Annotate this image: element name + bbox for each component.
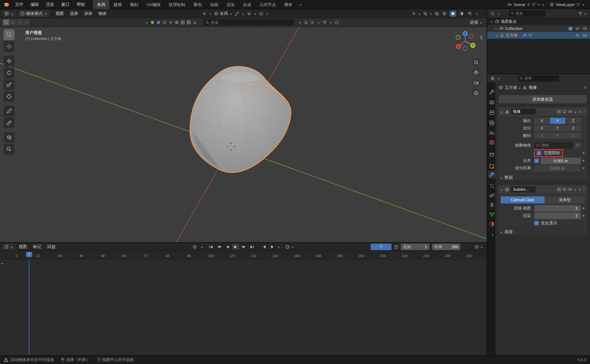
shading-material-button[interactable] [458, 11, 465, 17]
shading-solid-button[interactable] [450, 11, 456, 17]
unlink-scene-icon[interactable] [537, 2, 540, 7]
pin-icon[interactable] [527, 3, 530, 6]
header-icon-square-blue[interactable] [156, 20, 161, 24]
timeline-menu-playback[interactable]: 回放 [44, 244, 59, 249]
mirror-flip-y-button[interactable]: Y [550, 133, 566, 139]
play-reverse-button[interactable] [224, 244, 231, 250]
frame-step-dropdown-icon[interactable] [277, 244, 280, 249]
header-icon-grid-a[interactable] [181, 20, 185, 24]
mirror-bisect-x-button[interactable]: X [534, 125, 550, 131]
jump-to-start-button[interactable] [207, 244, 214, 250]
frame-start-field[interactable]: 起始 1 [401, 244, 429, 250]
scene-properties-tab[interactable] [489, 130, 495, 136]
rotate-tool[interactable] [4, 67, 15, 78]
snap-magnet-icon[interactable] [247, 12, 251, 16]
tool-properties-tab[interactable] [489, 89, 495, 95]
clipping-checkbox[interactable] [537, 151, 541, 155]
menu-help[interactable]: 帮助 [73, 2, 89, 7]
mirror-drag-handle-icon[interactable] [583, 110, 585, 114]
header-icon-sphere-green[interactable] [150, 20, 155, 24]
orientation-dropdown[interactable]: 全局 [214, 11, 233, 16]
subdivision-panel-expand-icon[interactable] [500, 187, 503, 192]
mirror-modifier-name-field[interactable]: 镜像 [511, 109, 536, 115]
transform-pivot-icon[interactable] [202, 12, 206, 16]
bisect-distance-decorator-dot[interactable] [583, 167, 585, 169]
render-levels-field[interactable]: 2 [534, 213, 581, 219]
mirror-edit-mode-toggle-icon[interactable] [557, 110, 561, 114]
pan-hand-button[interactable] [472, 68, 481, 77]
annotate-tool[interactable] [4, 106, 15, 117]
outliner-search-input[interactable] [515, 12, 540, 16]
merge-threshold-field[interactable]: 0.001 m [541, 158, 581, 164]
bisect-distance-field[interactable]: 0.001 m [534, 165, 581, 172]
workspace-tab-layout[interactable]: 布局 [93, 0, 109, 9]
auto-keying-icon[interactable] [285, 245, 290, 249]
camera-view-button[interactable] [472, 79, 481, 87]
navigation-gizmo[interactable]: Z Y X [453, 29, 477, 53]
bookmark-icon[interactable] [304, 21, 308, 24]
world-properties-tab[interactable] [489, 140, 495, 145]
mirror-realtime-toggle-icon[interactable] [563, 110, 566, 114]
mirror-object-field[interactable]: 物体 [534, 142, 574, 149]
scene-name[interactable]: Scene [514, 2, 525, 7]
workspace-tab-animation[interactable]: 动画 [206, 0, 222, 9]
timeline-track-area[interactable] [0, 260, 487, 355]
outliner-editor-icon[interactable] [490, 11, 495, 16]
snap-link-icon[interactable] [235, 12, 239, 16]
breadcrumb-modifier-name[interactable]: 镜像 [529, 85, 537, 90]
filter-dropdown-icon[interactable] [329, 20, 332, 25]
workspace-tab-texture-paint[interactable]: 纹理绘制 [165, 0, 189, 9]
current-frame-field[interactable]: 7 [371, 244, 392, 250]
zoom-button[interactable] [472, 58, 481, 67]
mirror-delete-icon[interactable] [578, 109, 581, 114]
workspace-tab-modeling[interactable]: 建模 [109, 0, 126, 9]
properties-editor-icon[interactable] [490, 76, 495, 81]
subdivision-edit-mode-toggle-icon[interactable] [557, 187, 561, 191]
scale-tool[interactable] [4, 79, 15, 90]
view-layer-name[interactable]: ViewLayer [556, 2, 575, 7]
3d-viewport[interactable]: 用户透视 (7) Collection | 立方体 [0, 27, 487, 242]
constraint-properties-tab[interactable] [489, 202, 495, 208]
viewport-search-field[interactable] [203, 19, 294, 26]
menu-view[interactable]: 视图 [53, 11, 67, 16]
header-collapse-dropdown-icon[interactable] [145, 20, 148, 25]
step-forward-button[interactable] [269, 244, 276, 250]
cube-render-camera-icon[interactable] [582, 33, 587, 38]
cube-hide-eye-icon[interactable] [575, 33, 580, 38]
playhead-line[interactable] [29, 260, 29, 355]
timeline-editor-type-button[interactable] [2, 244, 16, 250]
add-cube-tool[interactable] [4, 132, 15, 143]
outliner-filter-dropdown-icon[interactable] [583, 11, 587, 16]
merge-checkbox[interactable] [534, 158, 539, 163]
header-icon-grid-b[interactable] [187, 20, 191, 24]
cube-mesh-data-icon[interactable] [528, 34, 532, 37]
header-icon-globe[interactable] [175, 20, 179, 24]
select-mode-lasso-button[interactable] [23, 19, 30, 26]
playhead-frame-badge[interactable]: 7 [26, 252, 32, 257]
levels-decorator-dot[interactable] [583, 207, 585, 209]
list-dropdown-icon[interactable] [317, 20, 320, 25]
collection-name[interactable]: Collection [505, 26, 523, 31]
view-layer-dropdown-icon[interactable] [582, 2, 585, 7]
timeline-ruler[interactable]: 0122436486072849610812013214415616818019… [0, 251, 487, 260]
mirror-render-toggle-icon[interactable] [568, 110, 572, 114]
view-layer-selector[interactable]: ViewLayer [548, 2, 587, 7]
gizmo-dropdown-icon[interactable] [418, 11, 421, 16]
menu-select[interactable]: 选择 [67, 11, 81, 16]
properties-editor-dropdown-icon[interactable] [497, 76, 500, 81]
shading-dropdown-icon[interactable] [475, 11, 478, 16]
workspace-tab-rendering[interactable]: 渲染 [222, 0, 239, 9]
modifier-properties-tab[interactable] [489, 172, 495, 177]
keying-dropdown-icon[interactable] [200, 244, 203, 249]
subdivision-extras-dropdown-icon[interactable] [574, 187, 577, 192]
tabs-overflow-chevron-icon[interactable] [490, 232, 495, 238]
gizmo-negative-x-axis[interactable] [469, 34, 473, 38]
timeline-menu-marker[interactable]: 标记 [30, 244, 44, 249]
select-box-tool[interactable] [4, 29, 15, 40]
new-view-layer-icon[interactable] [577, 3, 580, 6]
mirror-bisect-y-button[interactable]: Y [550, 125, 566, 131]
select-mode-box-button[interactable] [10, 19, 16, 26]
show-overlays-icon[interactable] [423, 12, 428, 16]
workspace-tab-shading[interactable]: 着色 [189, 0, 206, 9]
menu-window[interactable]: 窗口 [58, 2, 73, 7]
